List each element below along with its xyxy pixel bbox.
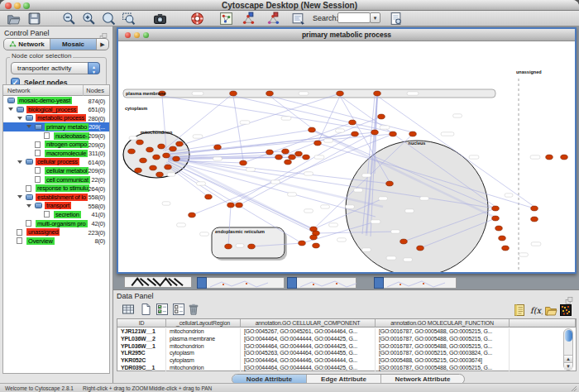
resize-grip[interactable] — [571, 385, 577, 392]
background-window-fragment[interactable] — [124, 276, 192, 288]
table-column-header[interactable]: annotation.GO MOLECULAR_FUNCTION — [376, 319, 510, 327]
tree-row[interactable]: primary metabo209(... — [3, 122, 109, 131]
disclosure-triangle-icon[interactable] — [17, 160, 22, 164]
network-node[interactable] — [176, 141, 184, 146]
network-node[interactable] — [136, 140, 144, 145]
zoom-in-icon[interactable] — [82, 12, 96, 26]
tree-row[interactable]: transport558(0) — [3, 202, 109, 211]
tab-network[interactable]: Network — [4, 39, 50, 50]
modify-network-blue-icon[interactable] — [242, 12, 256, 26]
zoom-window-icon[interactable] — [23, 2, 30, 9]
network-node[interactable] — [170, 146, 177, 151]
network-node[interactable] — [205, 194, 213, 199]
network-node[interactable] — [495, 226, 503, 231]
node-color-combo[interactable]: transporter activity — [11, 62, 100, 74]
tree-row[interactable]: cell communicat22(0) — [3, 175, 109, 184]
network-node[interactable] — [128, 149, 136, 154]
help-lifesaver-icon[interactable] — [190, 12, 204, 26]
tree-row[interactable]: secretion41(0) — [3, 210, 109, 219]
network-node[interactable] — [227, 203, 235, 208]
network-node[interactable] — [282, 149, 290, 154]
attribute-table-icon[interactable] — [122, 303, 135, 316]
open-file-icon[interactable] — [7, 12, 21, 26]
network-node[interactable] — [309, 127, 316, 132]
network-node[interactable] — [266, 150, 274, 155]
zoom-selected-region-icon[interactable] — [122, 12, 136, 26]
tree-row[interactable]: nitrogen compo209(0) — [3, 141, 109, 150]
network-node[interactable] — [150, 165, 157, 170]
scroll-up-icon[interactable]: ▲ — [564, 355, 572, 362]
network-node[interactable] — [275, 155, 283, 160]
network-node[interactable] — [378, 114, 385, 119]
network-node[interactable] — [303, 155, 310, 160]
search-dropdown-arrow-icon[interactable]: ▾ — [370, 12, 380, 23]
disclosure-triangle-icon[interactable] — [17, 117, 22, 120]
network-window-titlebar[interactable]: primary metabolic process — [118, 29, 575, 41]
network-node[interactable] — [314, 141, 322, 146]
zoom-fit-icon[interactable] — [102, 12, 116, 26]
table-scrollbar[interactable]: ▲ ▼ — [563, 328, 573, 370]
network-node[interactable] — [285, 160, 292, 165]
network-node[interactable] — [352, 131, 359, 136]
network-node[interactable] — [236, 203, 243, 208]
tree-row[interactable]: biological_process651(0) — [3, 105, 109, 114]
table-column-header[interactable]: _cellularLayoutRegion — [166, 319, 241, 327]
delete-attribute-icon[interactable] — [187, 303, 200, 316]
network-node[interactable] — [492, 216, 500, 221]
background-window-fragment[interactable] — [197, 277, 285, 289]
disclosure-triangle-icon[interactable] — [26, 204, 31, 208]
background-window-fragment[interactable] — [287, 277, 356, 289]
network-node[interactable] — [295, 151, 303, 156]
network-node[interactable] — [310, 235, 318, 240]
network-node[interactable] — [561, 155, 568, 160]
annotation-filter-icon[interactable] — [291, 12, 305, 26]
network-node[interactable] — [240, 160, 247, 165]
network-node[interactable] — [165, 165, 172, 170]
tab-mosaic[interactable]: Mosaic — [50, 39, 97, 50]
tree-row[interactable]: multi-organism pro42(0) — [3, 219, 109, 228]
unselect-attributes-icon[interactable] — [172, 303, 185, 316]
tree-row[interactable]: mosaic-demo-yeast874(0) — [3, 97, 109, 106]
network-node[interactable] — [158, 144, 165, 149]
float-panel-icon[interactable] — [565, 293, 573, 300]
network-node[interactable] — [371, 130, 379, 135]
network-node[interactable] — [337, 91, 344, 96]
combo-stepper-icon[interactable]: ▲▼ — [88, 62, 100, 74]
search-options-icon[interactable] — [389, 12, 403, 26]
network-node[interactable] — [140, 158, 147, 163]
network-node[interactable] — [173, 156, 180, 161]
network-node[interactable] — [266, 91, 274, 96]
network-node[interactable] — [156, 172, 164, 177]
tree-row[interactable]: nucleobase-209(0) — [3, 131, 109, 141]
network-node[interactable] — [189, 213, 196, 218]
network-node[interactable] — [386, 181, 394, 186]
snapshot-camera-icon[interactable] — [153, 12, 167, 26]
network-node[interactable] — [214, 145, 222, 150]
inner-zoom-icon[interactable] — [143, 32, 149, 38]
network-node[interactable] — [400, 239, 408, 244]
float-panel-icon[interactable] — [99, 29, 108, 36]
network-node[interactable] — [163, 153, 170, 158]
tree-col-nodes[interactable]: Nodes — [86, 87, 104, 94]
network-canvas[interactable]: plasma membranecytoplasmmitochondrionnuc… — [118, 41, 575, 272]
disclosure-triangle-icon[interactable] — [17, 195, 22, 198]
tree-row[interactable]: cellular metabol209(0) — [3, 166, 109, 175]
table-column-header[interactable]: annotation.GO CELLULAR_COMPONENT — [241, 319, 376, 327]
attribute-equation-icon[interactable]: f(x) — [529, 304, 543, 317]
select-attributes-icon[interactable] — [156, 303, 169, 316]
network-node[interactable] — [531, 217, 538, 222]
close-window-icon[interactable] — [5, 2, 12, 9]
modify-network-red-icon[interactable] — [266, 12, 280, 26]
network-node[interactable] — [546, 155, 553, 160]
attribute-notes-icon[interactable] — [513, 304, 526, 317]
network-overview-icon[interactable] — [219, 12, 233, 26]
network-node[interactable] — [248, 244, 256, 249]
network-node[interactable] — [409, 131, 417, 136]
network-node[interactable] — [492, 206, 500, 211]
network-node[interactable] — [153, 155, 160, 160]
disclosure-triangle-icon[interactable] — [26, 125, 31, 128]
tree-row[interactable]: macromolecule311(0) — [3, 149, 109, 158]
scrollbar-thumb[interactable] — [565, 330, 572, 342]
network-node[interactable] — [230, 91, 237, 96]
new-attribute-icon[interactable] — [139, 303, 152, 316]
